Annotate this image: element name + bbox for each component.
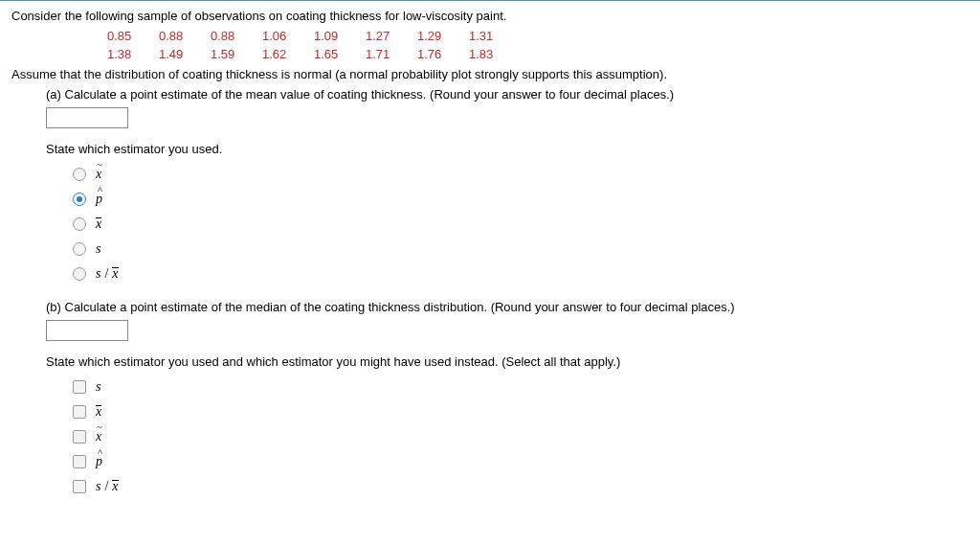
intro-text: Consider the following sample of observa… [11, 9, 969, 23]
checkbox-icon[interactable] [73, 455, 86, 468]
option-p-hat[interactable]: p [73, 449, 969, 474]
part-b-prompt: (b) Calculate a point estimate of the me… [46, 300, 969, 314]
data-cell: 1.62 [262, 47, 314, 61]
data-cell: 0.88 [211, 29, 262, 43]
part-a-prompt: (a) Calculate a point estimate of the me… [46, 87, 969, 102]
radio-icon[interactable] [73, 267, 86, 281]
data-cell: 0.85 [107, 29, 159, 43]
data-cell: 1.09 [314, 29, 366, 43]
symbol-p-hat: p [96, 454, 102, 469]
part-b-answer-input[interactable] [46, 320, 128, 341]
option-x-bar[interactable]: x [73, 399, 969, 424]
option-x-tilde[interactable]: x [73, 424, 969, 449]
question-container: Consider the following sample of observa… [0, 0, 980, 520]
radio-icon[interactable] [73, 168, 86, 181]
data-row-1: 0.85 0.88 0.88 1.06 1.09 1.27 1.29 1.31 [107, 29, 969, 43]
data-cell: 1.29 [417, 29, 469, 43]
symbol-s-over-xbar: s/x [96, 266, 119, 282]
data-cell: 1.71 [366, 47, 417, 61]
symbol-p-hat: p [96, 192, 102, 207]
data-cell: 1.27 [366, 29, 417, 43]
data-table: 0.85 0.88 0.88 1.06 1.09 1.27 1.29 1.31 … [107, 29, 969, 61]
part-b: (b) Calculate a point estimate of the me… [46, 300, 969, 499]
data-cell: 1.38 [107, 47, 159, 61]
option-s[interactable]: s [73, 375, 969, 399]
symbol-x-bar: x [96, 216, 101, 232]
option-s-over-xbar[interactable]: s/x [73, 262, 969, 286]
symbol-x-tilde: x [96, 167, 101, 182]
data-row-2: 1.38 1.49 1.59 1.62 1.65 1.71 1.76 1.83 [107, 47, 969, 61]
data-cell: 0.88 [159, 29, 211, 43]
data-cell: 1.31 [469, 29, 521, 43]
data-cell: 1.06 [262, 29, 314, 43]
part-b-options: s x x p s/x [73, 375, 969, 499]
checkbox-icon[interactable] [73, 480, 86, 493]
symbol-x-bar: x [96, 404, 101, 420]
data-cell: 1.76 [417, 47, 469, 61]
symbol-x-tilde: x [96, 429, 101, 444]
checkbox-icon[interactable] [73, 380, 86, 394]
part-b-state-text: State which estimator you used and which… [46, 354, 969, 369]
data-cell: 1.65 [314, 47, 366, 61]
part-a-state-text: State which estimator you used. [46, 142, 969, 156]
part-a-answer-input[interactable] [46, 107, 128, 128]
checkbox-icon[interactable] [73, 405, 86, 419]
radio-icon[interactable] [73, 193, 86, 206]
radio-icon[interactable] [73, 217, 86, 231]
data-cell: 1.49 [159, 47, 211, 61]
assumption-text: Assume that the distribution of coating … [11, 67, 969, 81]
option-p-hat[interactable]: p [73, 187, 969, 212]
symbol-s: s [96, 379, 100, 395]
option-s-over-xbar[interactable]: s/x [73, 474, 969, 499]
symbol-s-over-xbar: s/x [96, 479, 119, 494]
radio-icon[interactable] [73, 242, 86, 256]
data-cell: 1.59 [211, 47, 262, 61]
part-a-options: x p x s s/x [73, 162, 969, 286]
symbol-s: s [96, 241, 100, 257]
part-a: (a) Calculate a point estimate of the me… [46, 87, 969, 286]
checkbox-icon[interactable] [73, 430, 86, 444]
option-x-bar[interactable]: x [73, 212, 969, 237]
option-x-tilde[interactable]: x [73, 162, 969, 187]
data-cell: 1.83 [469, 47, 521, 61]
option-s[interactable]: s [73, 237, 969, 262]
